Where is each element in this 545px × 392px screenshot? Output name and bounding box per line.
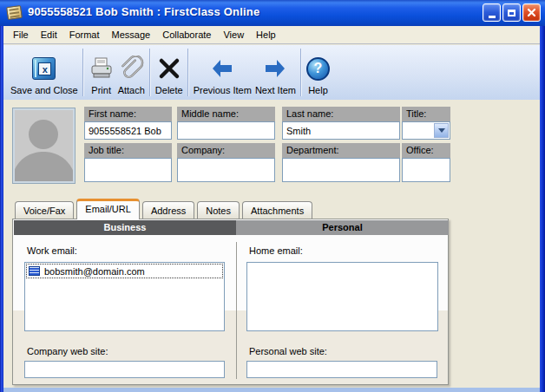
column-divider	[236, 242, 237, 379]
dropdown-button[interactable]	[434, 123, 449, 138]
window-border-right	[540, 26, 545, 392]
help-icon: ?	[306, 57, 330, 81]
close-icon	[527, 8, 536, 17]
first-name-input[interactable]	[84, 121, 172, 140]
menu-help[interactable]: Help	[250, 28, 282, 42]
menu-view[interactable]: View	[217, 28, 250, 42]
tab-voice-fax[interactable]: Voice/Fax	[15, 201, 74, 219]
app-window: 9055558521 Bob Smith : FirstClass Online…	[0, 0, 545, 392]
menu-file[interactable]: File	[7, 28, 35, 42]
work-email-item[interactable]: bobsmith@domain.com	[26, 264, 223, 278]
work-email-label: Work email:	[27, 245, 77, 256]
last-name-input[interactable]	[282, 121, 400, 140]
tab-bar: Voice/Fax Email/URL Address Notes Attach…	[15, 199, 312, 219]
business-section-header: Business	[14, 220, 236, 235]
menu-edit[interactable]: Edit	[35, 28, 63, 42]
maximize-icon	[508, 10, 515, 16]
company-web-input[interactable]	[24, 361, 225, 378]
last-name-label: Last name:	[282, 107, 400, 121]
email-url-panel: Business Personal Work email: bobsmith@d…	[12, 219, 449, 385]
attach-button[interactable]: Attach	[116, 45, 147, 100]
middle-name-input[interactable]	[177, 121, 275, 140]
delete-x-icon	[157, 54, 181, 83]
chevron-down-icon	[438, 128, 445, 133]
work-email-value: bobsmith@domain.com	[44, 266, 145, 277]
print-icon	[89, 54, 115, 83]
toolbar-separator	[82, 49, 84, 96]
save-and-close-button[interactable]: x Save and Close	[9, 45, 80, 100]
title-label: Title:	[402, 107, 450, 121]
toolbar: x Save and Close Print Attach Delete	[3, 45, 540, 100]
contact-form: First name: Middle name: Last name: Titl…	[3, 100, 540, 388]
window-title: 9055558521 Bob Smith : FirstClass Online	[28, 5, 259, 18]
personal-web-input[interactable]	[246, 361, 437, 378]
tab-email-url[interactable]: Email/URL	[76, 199, 140, 219]
help-button[interactable]: ? Help	[305, 45, 332, 100]
app-icon	[6, 5, 23, 20]
title-bar[interactable]: 9055558521 Bob Smith : FirstClass Online	[0, 0, 545, 26]
company-label: Company:	[177, 143, 275, 158]
minimize-icon	[489, 16, 496, 18]
menu-bar: File Edit Format Message Collaborate Vie…	[3, 26, 540, 44]
department-input[interactable]	[282, 158, 400, 182]
title-dropdown[interactable]	[402, 121, 450, 140]
maximize-button[interactable]	[502, 3, 521, 22]
company-input[interactable]	[177, 158, 275, 182]
paperclip-icon	[118, 54, 144, 83]
print-button[interactable]: Print	[87, 45, 116, 100]
tab-notes[interactable]: Notes	[197, 201, 240, 219]
toolbar-separator	[187, 49, 189, 96]
window-border-left	[0, 26, 3, 392]
middle-name-label: Middle name:	[177, 107, 275, 121]
contact-photo[interactable]	[13, 108, 75, 183]
menu-format[interactable]: Format	[63, 28, 106, 42]
home-email-input[interactable]	[246, 262, 438, 331]
delete-button[interactable]: Delete	[154, 45, 185, 100]
toolbar-separator	[149, 49, 151, 96]
office-label: Office:	[402, 143, 450, 158]
work-email-list[interactable]: bobsmith@domain.com	[24, 262, 225, 331]
minimize-button[interactable]	[483, 3, 501, 22]
personal-section-header: Personal	[236, 220, 449, 235]
job-title-label: Job title:	[84, 143, 172, 158]
office-input[interactable]	[402, 158, 450, 182]
tab-address[interactable]: Address	[142, 201, 194, 219]
home-email-label: Home email:	[249, 245, 303, 256]
tab-attachments[interactable]: Attachments	[242, 201, 312, 219]
job-title-input[interactable]	[84, 158, 172, 182]
first-name-label: First name:	[84, 107, 172, 121]
arrow-left-icon	[210, 54, 234, 83]
person-silhouette-icon	[15, 110, 73, 181]
toolbar-separator	[300, 49, 302, 96]
menu-message[interactable]: Message	[106, 28, 157, 42]
window-bottom-edge	[3, 388, 540, 392]
company-web-label: Company web site:	[27, 346, 108, 356]
email-address-icon	[29, 266, 40, 276]
personal-web-label: Personal web site:	[249, 346, 327, 356]
previous-item-button[interactable]: Previous Item	[192, 45, 253, 100]
arrow-right-icon	[263, 54, 287, 83]
close-button[interactable]	[522, 3, 541, 22]
department-label: Department:	[282, 143, 400, 158]
menu-collaborate[interactable]: Collaborate	[156, 28, 217, 42]
next-item-button[interactable]: Next Item	[253, 45, 298, 100]
save-and-close-icon: x	[32, 57, 56, 80]
